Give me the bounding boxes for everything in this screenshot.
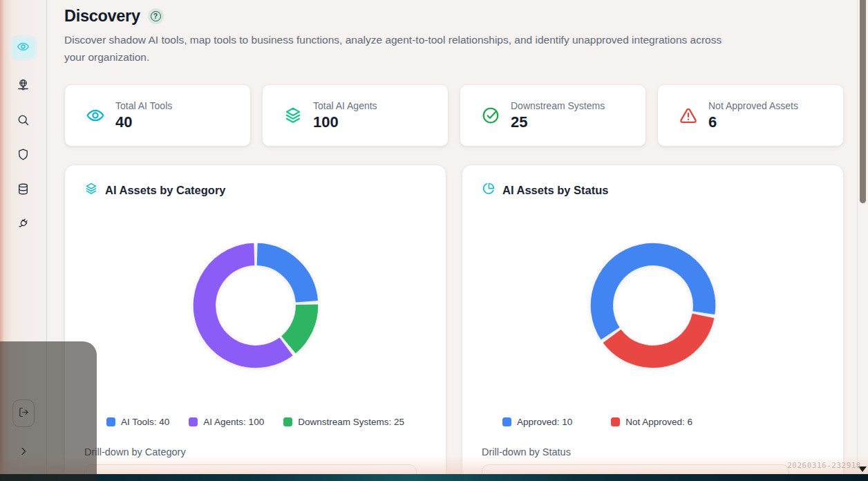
stat-label: Not Approved Assets [708,100,798,111]
chart-card-status: AI Assets by Status Approved: 10 Not App… [462,164,844,474]
stat-label: Downstream Systems [511,100,605,111]
stats-row: Total AI Tools 40 Total AI Agents 100 [64,84,844,147]
search-icon [17,113,30,129]
chart-title: AI Assets by Category [105,184,226,197]
pie-chart-icon [482,182,496,198]
charts-row: AI Assets by Category AI Tools: 40 AI Ag… [64,164,844,474]
sidebar-nav [0,0,46,249]
legend-item-not-approved[interactable]: Not Approved: 6 [611,417,692,427]
plug-icon [17,217,30,233]
sidebar-item-data[interactable] [12,180,35,200]
donut-slice-approved[interactable] [601,254,704,334]
stat-card-downstream-systems: Downstream Systems 25 [460,84,646,147]
stat-value: 25 [511,113,605,131]
legend-color-chip [189,417,198,426]
shield-icon [17,148,30,164]
chart-title: AI Assets by Status [502,184,608,197]
sidebar-item-security[interactable] [12,146,35,166]
watermark-timestamp: 20260316-232918 [787,461,861,470]
help-button[interactable]: ? [148,8,164,24]
main-content: Discovery ? Discover shadow AI tools, ma… [64,7,844,474]
dark-overlay [0,341,97,481]
page-title: Discovery [64,7,140,26]
drill-down-label: Drill-down by Category [84,446,426,458]
check-circle-icon [481,106,500,125]
sidebar-item-search[interactable] [12,111,35,131]
legend-label: Approved: 10 [517,417,572,427]
legend-color-chip [283,417,292,426]
legend-item-ai-agents[interactable]: AI Agents: 100 [189,417,264,427]
legend-color-chip [611,417,620,426]
chart-legend: Approved: 10 Not Approved: 6 [482,417,824,427]
sidebar-item-discovery[interactable] [12,38,35,58]
legend-item-ai-tools[interactable]: AI Tools: 40 [106,417,169,427]
legend-label: AI Agents: 100 [203,417,264,427]
stat-value: 6 [708,113,798,131]
stat-label: Total AI Agents [313,100,377,111]
stat-value: 40 [115,113,172,131]
legend-color-chip [106,417,115,426]
chart-card-category: AI Assets by Category AI Tools: 40 AI Ag… [64,164,446,474]
stat-card-total-ai-agents: Total AI Agents 100 [262,84,449,147]
vertical-scrollbar[interactable] [857,0,868,474]
sidebar-item-integrations[interactable] [12,215,35,235]
status-donut-chart [587,240,719,371]
page-header: Discovery ? [64,7,844,26]
sidebar-item-network[interactable] [12,77,35,97]
layers-icon [283,106,303,125]
database-icon [17,182,30,198]
globe-node-icon [17,79,30,95]
stat-card-not-approved-assets: Not Approved Assets 6 [657,84,844,147]
legend-item-approved[interactable]: Approved: 10 [502,417,572,427]
eye-icon [17,40,30,56]
drill-down-select[interactable] [84,464,417,474]
legend-color-chip [502,417,511,426]
donut-slice-not-approved[interactable] [612,316,703,357]
app-window: Discovery ? Discover shadow AI tools, ma… [0,0,868,474]
legend-label: Downstream Systems: 25 [298,417,404,427]
legend-label: Not Approved: 6 [625,417,692,427]
question-mark-icon: ? [151,11,161,21]
chart-header: AI Assets by Category [84,182,426,198]
page-description: Discover shadow AI tools, map tools to b… [64,31,844,66]
stat-label: Total AI Tools [115,100,172,111]
legend-label: AI Tools: 40 [121,417,169,427]
donut-slice-downstream-systems[interactable] [288,305,307,345]
stat-value: 100 [313,113,377,131]
stat-card-total-ai-tools: Total AI Tools 40 [64,84,251,147]
chart-header: AI Assets by Status [482,182,824,198]
chart-legend: AI Tools: 40 AI Agents: 100 Downstream S… [84,417,426,427]
layers-icon [84,182,98,198]
donut-slice-ai-tools[interactable] [257,254,307,301]
legend-item-downstream-systems[interactable]: Downstream Systems: 25 [283,417,404,427]
scrollbar-thumb[interactable] [860,0,866,203]
eye-icon [86,106,105,125]
drill-down-label: Drill-down by Status [482,446,824,458]
drill-down-select[interactable] [482,464,789,474]
warning-triangle-icon [679,106,698,125]
category-donut-chart [190,240,321,371]
